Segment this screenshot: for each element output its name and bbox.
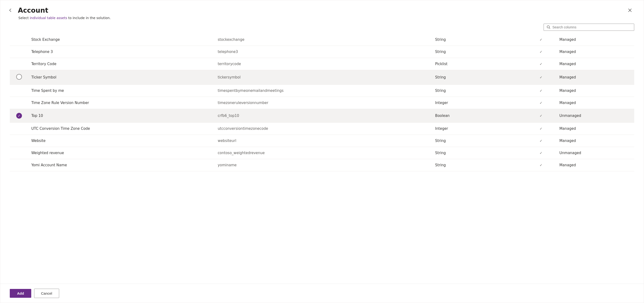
dialog-header: Account [0, 0, 644, 14]
checkbox-checked[interactable] [16, 113, 22, 118]
checkmark-icon: ✓ [540, 139, 542, 143]
checkbox-cell[interactable] [10, 109, 28, 123]
table-container: Stock ExchangestockexchangeString✓Manage… [0, 34, 644, 284]
column-type: String [432, 34, 526, 46]
managed-status: Managed [556, 34, 634, 46]
back-button[interactable] [8, 7, 14, 14]
table-row[interactable]: Top 10crfb6_top10Boolean✓Unmanaged [10, 109, 634, 123]
checkbox-cell[interactable] [10, 123, 28, 135]
search-icon [547, 25, 550, 29]
checkbox-cell[interactable] [10, 34, 28, 46]
checkbox-cell[interactable] [10, 46, 28, 58]
column-name: Weighted revenue [28, 147, 215, 159]
checkbox-unchecked-circled[interactable] [16, 74, 22, 80]
logical-name: stockexchange [215, 34, 432, 46]
add-button[interactable]: Add [10, 289, 31, 298]
column-name: Top 10 [28, 109, 215, 123]
checkmark-icon: ✓ [540, 163, 542, 167]
dialog-footer: Add Cancel [0, 284, 644, 303]
table-row[interactable]: Telephone 3telephone3String✓Managed [10, 46, 634, 58]
checkbox-cell[interactable] [10, 135, 28, 147]
checkmark-icon: ✓ [540, 127, 542, 130]
close-button[interactable] [626, 6, 634, 14]
column-type: Integer [432, 123, 526, 135]
column-type: String [432, 135, 526, 147]
column-name: Territory Code [28, 58, 215, 70]
column-name: Website [28, 135, 215, 147]
table-row[interactable]: Yomi Account NameyominameString✓Managed [10, 159, 634, 171]
table-row[interactable]: UTC Conversion Time Zone Codeutcconversi… [10, 123, 634, 135]
checkbox-cell[interactable] [10, 85, 28, 97]
column-type: String [432, 147, 526, 159]
managed-status: Managed [556, 159, 634, 171]
managed-status: Managed [556, 46, 634, 58]
logical-name: utcconversiontimezonecode [215, 123, 432, 135]
search-bar-row [0, 20, 644, 34]
checkmark-icon: ✓ [540, 89, 542, 92]
column-type: String [432, 159, 526, 171]
checkmark-icon: ✓ [540, 38, 542, 42]
table-row[interactable]: Ticker SymboltickersymbolString✓Managed [10, 70, 634, 85]
column-type: String [432, 46, 526, 58]
subtitle-static: Select [18, 16, 30, 20]
column-type: Boolean [432, 109, 526, 123]
logical-name: contoso_weightedrevenue [215, 147, 432, 159]
logical-name: tickersymbol [215, 70, 432, 85]
managed-status: Managed [556, 70, 634, 85]
logical-name: websiteurl [215, 135, 432, 147]
subtitle-highlight: individual table assets [30, 16, 67, 20]
columns-table: Stock ExchangestockexchangeString✓Manage… [10, 34, 634, 171]
column-name: Stock Exchange [28, 34, 215, 46]
table-row[interactable]: Weighted revenuecontoso_weightedrevenueS… [10, 147, 634, 159]
column-name: Time Spent by me [28, 85, 215, 97]
managed-status: Managed [556, 135, 634, 147]
managed-status: Managed [556, 97, 634, 109]
checkmark-icon: ✓ [540, 101, 542, 105]
logical-name: territorycode [215, 58, 432, 70]
table-row[interactable]: Stock ExchangestockexchangeString✓Manage… [10, 34, 634, 46]
checkmark-icon: ✓ [540, 151, 542, 155]
cancel-button[interactable]: Cancel [34, 289, 59, 298]
checkmark-icon: ✓ [540, 62, 542, 66]
logical-name: crfb6_top10 [215, 109, 432, 123]
managed-status: Unmanaged [556, 109, 634, 123]
dialog: Account Select individual table assets t… [0, 0, 644, 303]
column-name: Telephone 3 [28, 46, 215, 58]
subtitle-rest: to include in the solution. [67, 16, 111, 20]
checkbox-cell[interactable] [10, 147, 28, 159]
checkmark-icon: ✓ [540, 50, 542, 54]
logical-name: timespentbymeonemailandmeetings [215, 85, 432, 97]
logical-name: yominame [215, 159, 432, 171]
column-name: UTC Conversion Time Zone Code [28, 123, 215, 135]
managed-status: Managed [556, 85, 634, 97]
dialog-subtitle: Select individual table assets to includ… [0, 14, 644, 20]
managed-status: Managed [556, 123, 634, 135]
column-name: Yomi Account Name [28, 159, 215, 171]
checkbox-cell[interactable] [10, 70, 28, 85]
checkbox-cell[interactable] [10, 58, 28, 70]
managed-status: Managed [556, 58, 634, 70]
column-name: Time Zone Rule Version Number [28, 97, 215, 109]
column-name: Ticker Symbol [28, 70, 215, 85]
search-input[interactable] [552, 25, 631, 29]
checkmark-icon: ✓ [540, 76, 542, 79]
column-type: String [432, 70, 526, 85]
column-type: Picklist [432, 58, 526, 70]
column-type: String [432, 85, 526, 97]
table-row[interactable]: WebsitewebsiteurlString✓Managed [10, 135, 634, 147]
checkbox-cell[interactable] [10, 159, 28, 171]
checkbox-cell[interactable] [10, 97, 28, 109]
checkmark-icon: ✓ [540, 114, 542, 118]
managed-status: Unmanaged [556, 147, 634, 159]
column-type: Integer [432, 97, 526, 109]
table-row[interactable]: Time Zone Rule Version Numbertimezonerul… [10, 97, 634, 109]
search-input-wrap [544, 24, 634, 31]
table-row[interactable]: Time Spent by metimespentbymeonemailandm… [10, 85, 634, 97]
logical-name: timezoneruleversionnumber [215, 97, 432, 109]
table-row[interactable]: Territory CodeterritorycodePicklist✓Mana… [10, 58, 634, 70]
dialog-title: Account [18, 6, 48, 14]
logical-name: telephone3 [215, 46, 432, 58]
header-left: Account [8, 6, 48, 14]
